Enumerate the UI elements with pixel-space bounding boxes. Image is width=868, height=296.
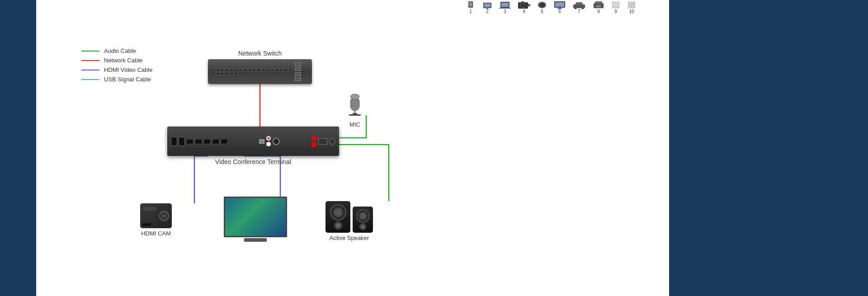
power-indicator: [311, 135, 316, 141]
active-speaker: Active Speaker: [326, 201, 373, 241]
switch-port: [234, 69, 238, 71]
cam-bottom: [142, 223, 151, 226]
device-4-icon: [518, 1, 530, 9]
mic-icon: [344, 90, 366, 117]
switch-port: [225, 72, 229, 75]
hdmi-port: [221, 139, 228, 144]
switch-port: [288, 69, 292, 71]
mic-label: MIC: [344, 121, 366, 128]
svg-rect-33: [349, 114, 361, 116]
speaker-woofer: [330, 204, 346, 221]
svg-rect-17: [555, 2, 564, 7]
device-4: 4: [518, 1, 530, 14]
switch-port: [216, 69, 220, 71]
svg-rect-18: [558, 8, 561, 9]
device-2-icon: [482, 1, 492, 9]
switch-port: [257, 69, 260, 71]
device-9-icon: □: [611, 1, 620, 9]
switch-port: [225, 69, 229, 71]
device-5-icon: [537, 1, 547, 9]
svg-rect-25: [596, 5, 601, 7]
device-9-label: 9: [614, 9, 617, 14]
device-2: 2: [482, 1, 492, 14]
switch-port: [284, 69, 288, 71]
sfp-port: [295, 77, 301, 81]
switch-port: [239, 69, 242, 71]
display-screen: [225, 198, 286, 236]
svg-rect-8: [499, 8, 511, 9]
svg-rect-13: [521, 1, 524, 3]
speaker-body-right: [353, 207, 373, 233]
switch-port: [234, 72, 238, 75]
usb-port: [179, 137, 185, 146]
vga-port: [318, 138, 327, 145]
device-3: 3: [499, 1, 511, 14]
device-6-label: 6: [558, 9, 561, 14]
hdmi-cam: HDMI CAM: [140, 203, 172, 237]
audio-jack: [329, 138, 335, 145]
hdmi-port: [186, 139, 193, 144]
right-panel: [669, 0, 868, 296]
rca-port-white: [266, 142, 271, 146]
display: [224, 197, 287, 242]
speaker-pair: [326, 201, 373, 233]
vct-right-section: [311, 135, 335, 147]
svg-rect-7: [501, 3, 509, 7]
speaker-label: Active Speaker: [326, 235, 373, 241]
device-1: 1: [466, 1, 476, 14]
device-1-icon: [466, 1, 476, 9]
hdmi-port: [212, 139, 219, 144]
left-panel: [0, 0, 36, 296]
vct-device: [167, 127, 339, 156]
device-1-label: 1: [469, 9, 472, 14]
sfp-port: [295, 72, 301, 76]
display-stand: [244, 238, 267, 242]
cam-label: HDMI CAM: [140, 230, 172, 237]
xlr-port: [273, 138, 280, 145]
device-3-label: 3: [504, 9, 506, 14]
switch-ports: [212, 69, 295, 75]
mic: MIC: [344, 90, 366, 128]
cam-body: [140, 203, 172, 228]
vct-label: Video Conference Terminal: [167, 158, 339, 165]
vct-left-ports: [171, 137, 228, 146]
device-2-label: 2: [486, 9, 489, 14]
device-8: 8: [593, 1, 604, 14]
switch-port: [252, 69, 256, 71]
device-9: □ 9: [611, 1, 620, 14]
network-cable-line: [81, 60, 99, 61]
device-5: 5: [537, 1, 547, 14]
switch-port: [270, 69, 274, 71]
device-6: 6: [554, 1, 566, 14]
sfp-port: [295, 67, 301, 71]
device-8-label: 8: [597, 9, 600, 14]
device-4-label: 4: [523, 9, 525, 14]
svg-rect-12: [528, 4, 530, 6]
main-content: 1 2 3: [36, 0, 669, 296]
video-conference-terminal: Video Conference Terminal: [167, 127, 339, 165]
svg-text:|: |: [631, 4, 632, 7]
svg-point-36: [350, 94, 359, 99]
switch-port: [212, 69, 215, 71]
svg-point-11: [521, 4, 524, 7]
sfp-port: [295, 62, 301, 66]
speaker-tweeter: [334, 221, 342, 230]
switch-port: [243, 69, 247, 71]
svg-rect-4: [484, 4, 491, 7]
usb-cable-line: [81, 79, 99, 80]
switch-port: [275, 69, 278, 71]
hdmi-port: [195, 139, 202, 144]
device-7: 7: [572, 1, 586, 14]
network-switch-label: Network Switch: [208, 50, 312, 57]
device-7-label: 7: [578, 9, 580, 14]
vct-middle-ports: [230, 136, 309, 146]
rca-port-red: [266, 136, 271, 141]
cam-lens: [159, 211, 169, 221]
display-body: [224, 197, 287, 237]
network-switch-device: [208, 59, 312, 84]
switch-port: [212, 72, 215, 75]
svg-rect-24: [595, 1, 602, 4]
switch-sfp-ports: [295, 61, 308, 82]
switch-port: [266, 69, 269, 71]
switch-port: [221, 69, 224, 71]
